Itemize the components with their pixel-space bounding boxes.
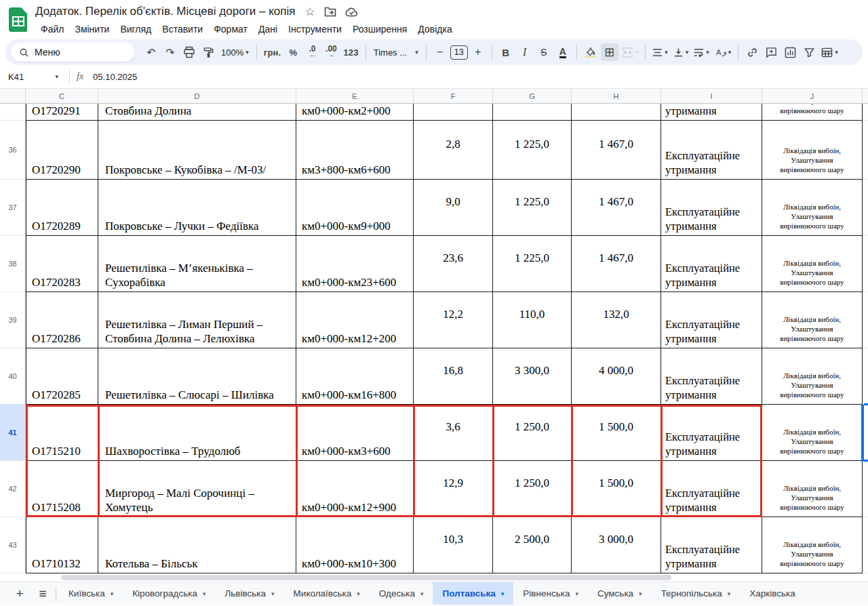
- sheet-tab-sumska[interactable]: Сумська▾: [588, 582, 652, 605]
- cell-g37[interactable]: 1 225,0: [493, 180, 572, 236]
- cell-f36[interactable]: 2,8: [414, 121, 493, 180]
- cell-c38[interactable]: О1720283: [26, 236, 98, 292]
- cell-e37[interactable]: км0+000-км9+000: [296, 180, 414, 236]
- cell-k-sliver[interactable]: [863, 292, 868, 348]
- cell-f41[interactable]: 3,6: [414, 405, 493, 461]
- cell-d39[interactable]: Решетилівка – Лиман Перший – Стовбина До…: [98, 292, 296, 348]
- strikethrough-button[interactable]: S: [535, 43, 553, 61]
- cell-h42[interactable]: 1 500,0: [572, 461, 661, 517]
- cell-i[interactable]: Експлуатаційне утримання: [661, 104, 762, 121]
- text-rotation-button[interactable]: A ▾: [713, 43, 734, 61]
- cell-h38[interactable]: 1 467,0: [572, 236, 661, 292]
- insert-comment-button[interactable]: [762, 43, 780, 61]
- cell-e41[interactable]: км0+000-км3+600: [296, 405, 414, 461]
- menu-extensions[interactable]: Розширення: [347, 22, 412, 36]
- format-percent-button[interactable]: %: [284, 43, 302, 61]
- sheets-logo-icon[interactable]: [9, 7, 27, 32]
- row-header-41[interactable]: 41: [0, 405, 26, 461]
- sheet-tab-kirovohradska[interactable]: Кіровоградська▾: [123, 582, 215, 605]
- menu-tools[interactable]: Інструменти: [283, 22, 347, 36]
- row-header-36[interactable]: 36: [0, 121, 26, 180]
- cell-e42[interactable]: км0+000-км12+900: [296, 461, 414, 517]
- sheet-tab-kharkivska[interactable]: Харківська: [740, 582, 804, 605]
- cell-i38[interactable]: Експлуатаційне утримання: [661, 236, 762, 292]
- undo-button[interactable]: ↶: [142, 43, 160, 61]
- decrease-decimals-button[interactable]: .0←: [303, 43, 321, 61]
- cell-h36[interactable]: 1 467,0: [572, 121, 661, 180]
- cell-g36[interactable]: 1 225,0: [493, 121, 572, 180]
- cell-j40[interactable]: Ліквідація вибоїн, Улаштування вирівнююч…: [762, 348, 863, 405]
- sheet-tab-mykolaivska[interactable]: Миколаївська▾: [284, 582, 370, 605]
- cell-c36[interactable]: О1720290: [26, 121, 98, 180]
- column-header-c[interactable]: C: [26, 89, 98, 104]
- cell-f39[interactable]: 12,2: [414, 292, 493, 348]
- row-header-42[interactable]: 42: [0, 461, 26, 517]
- vertical-align-button[interactable]: ▾: [671, 43, 691, 61]
- increase-decimals-button[interactable]: .00→: [322, 43, 340, 61]
- cell-f[interactable]: [414, 104, 493, 121]
- column-header-g[interactable]: G: [493, 89, 572, 104]
- column-header-i[interactable]: I: [661, 89, 762, 104]
- menu-insert[interactable]: Вставити: [157, 22, 208, 36]
- paint-format-button[interactable]: [199, 43, 217, 61]
- sheet-tab-ternopilska[interactable]: Тернопільська▾: [652, 582, 741, 605]
- column-header-e[interactable]: E: [296, 89, 414, 104]
- horizontal-scrollbar[interactable]: [61, 575, 671, 580]
- cell-e43[interactable]: км0+000-км10+300: [296, 517, 414, 573]
- row-header-43[interactable]: 43: [0, 517, 26, 573]
- cell-k-sliver[interactable]: [863, 348, 868, 405]
- bold-button[interactable]: B: [497, 43, 515, 61]
- column-header-h[interactable]: H: [572, 89, 661, 104]
- zoom-select[interactable]: 100%▾: [218, 43, 252, 61]
- row-header-38[interactable]: 38: [0, 236, 26, 292]
- cell-g[interactable]: [493, 104, 572, 121]
- column-header-j[interactable]: J: [762, 89, 863, 104]
- print-button[interactable]: [180, 43, 198, 61]
- cell-c41[interactable]: О1715210: [26, 405, 98, 461]
- cell-h39[interactable]: 132,0: [572, 292, 661, 348]
- menu-edit[interactable]: Змінити: [69, 22, 115, 36]
- cell-i40[interactable]: Експлуатаційне утримання: [661, 348, 762, 405]
- row-header-40[interactable]: 40: [0, 348, 26, 405]
- cell-c43[interactable]: О1710132: [26, 517, 98, 573]
- cell-k-sliver[interactable]: [863, 104, 868, 121]
- cell-c[interactable]: О1720291: [26, 104, 98, 121]
- cell-f42[interactable]: 12,9: [414, 461, 493, 517]
- cell-k-sliver[interactable]: [863, 517, 868, 573]
- text-wrap-button[interactable]: ▾: [692, 43, 711, 61]
- insert-chart-button[interactable]: [781, 43, 799, 61]
- cell-c39[interactable]: О1720286: [26, 292, 98, 348]
- font-select[interactable]: Times ...▾: [371, 43, 421, 61]
- cell-e38[interactable]: км0+000-км23+600: [296, 236, 414, 292]
- cell-j42[interactable]: Ліквідація вибоїн, Улаштування вирівнююч…: [762, 461, 863, 517]
- cell-g42[interactable]: 1 250,0: [493, 461, 572, 517]
- text-color-button[interactable]: A: [554, 43, 572, 61]
- row-header-37[interactable]: 37: [0, 180, 26, 236]
- fill-color-button[interactable]: [582, 43, 599, 61]
- cell-k-sliver[interactable]: [863, 461, 868, 517]
- column-header-k-sliver[interactable]: [863, 89, 868, 104]
- cell-g39[interactable]: 110,0: [493, 292, 572, 348]
- cell-k41-selected[interactable]: [863, 405, 868, 461]
- cell-i36[interactable]: Експлуатаційне утримання: [661, 121, 762, 180]
- sheet-tab-lvivska[interactable]: Львівська▾: [215, 582, 283, 605]
- cell-j39[interactable]: Ліквідація вибоїн, Улаштування вирівнююч…: [762, 292, 863, 348]
- menu-format[interactable]: Формат: [208, 22, 253, 36]
- create-filter-button[interactable]: [800, 43, 818, 61]
- menu-help[interactable]: Довідка: [412, 22, 457, 36]
- cell-i37[interactable]: Експлуатаційне утримання: [661, 180, 762, 236]
- cell-h40[interactable]: 4 000,0: [572, 348, 661, 405]
- move-to-folder-icon[interactable]: [324, 7, 336, 17]
- cell-g43[interactable]: 2 500,0: [493, 517, 572, 573]
- cell-h37[interactable]: 1 467,0: [572, 180, 661, 236]
- insert-link-button[interactable]: [743, 43, 761, 61]
- more-formats-button[interactable]: 123: [341, 43, 360, 61]
- cell-d[interactable]: Стовбина Долина: [98, 104, 296, 121]
- cell-k-sliver[interactable]: [863, 236, 868, 292]
- cell-k-sliver[interactable]: [863, 121, 868, 180]
- document-title[interactable]: Додаток. Перелік об'єктів. Місцеві дорог…: [35, 5, 296, 18]
- cell-j38[interactable]: Ліквідація вибоїн, Улаштування вирівнююч…: [762, 236, 863, 292]
- borders-button[interactable]: ⊞: [601, 43, 618, 61]
- cell-d42[interactable]: Миргород – Малі Сорочинці – Хомутець: [98, 461, 296, 517]
- sheet-tab-rivnenska[interactable]: Рівненська▾: [513, 582, 588, 605]
